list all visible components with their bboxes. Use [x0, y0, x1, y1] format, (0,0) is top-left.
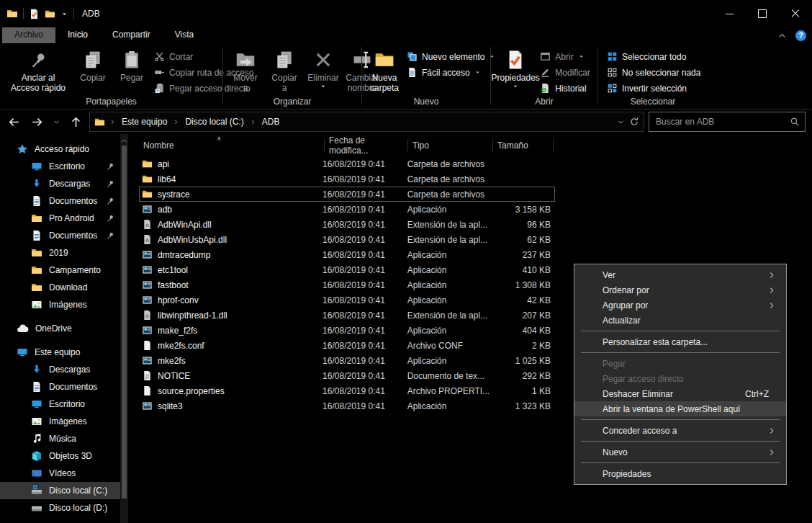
sidebar-item-pro-android[interactable]: Pro Android: [0, 210, 128, 227]
sidebar-item-disco-local-d[interactable]: Disco local (D:): [0, 499, 128, 517]
file-row[interactable]: source.properties 16/08/2019 0:41 Archiv…: [139, 383, 555, 398]
history-button[interactable]: Historial: [540, 81, 590, 95]
sidebar-item-disco-local-c[interactable]: Disco local (C:): [0, 482, 128, 499]
file-row[interactable]: dmtracedump 16/08/2019 0:41 Aplicación 2…: [139, 247, 555, 262]
menu-item-personalizar-carpeta[interactable]: Personalizar esta carpeta...: [574, 334, 786, 349]
file-row[interactable]: fastboot 16/08/2019 0:41 Aplicación 1 30…: [139, 277, 555, 292]
refresh-icon[interactable]: [629, 117, 639, 127]
menu-item-conceder-acceso[interactable]: Conceder acceso a: [574, 423, 786, 438]
sidebar-item-pc-objetos-3d[interactable]: Objetos 3D: [0, 447, 128, 465]
sidebar-item-download[interactable]: Download: [0, 279, 128, 296]
easy-access-button[interactable]: Fácil acceso: [407, 66, 495, 79]
new-item-button[interactable]: Nuevo elemento: [407, 50, 495, 63]
qat-customize-chevron-icon[interactable]: [60, 10, 68, 18]
file-row[interactable]: etc1tool 16/08/2019 0:41 Aplicación 410 …: [139, 262, 555, 277]
file-row[interactable]: sqlite3 16/08/2019 0:41 Aplicación 1 323…: [139, 398, 555, 414]
sidebar-item-pc-imagenes[interactable]: Imágenes: [0, 413, 128, 430]
column-header-fecha[interactable]: Fecha de modifica...: [325, 139, 408, 152]
file-row[interactable]: mke2fs 16/08/2019 0:41 Aplicación 1 025 …: [139, 353, 555, 368]
sidebar-item-onedrive[interactable]: OneDrive: [0, 320, 128, 337]
sidebar-item-pc-documentos[interactable]: Documentos: [0, 378, 128, 395]
column-header-nombre[interactable]: Nombre: [139, 139, 325, 152]
sidebar-item-campamento[interactable]: Campamento: [0, 262, 128, 279]
sidebar-item-este-equipo[interactable]: Este equipo: [0, 344, 128, 361]
minimize-button[interactable]: [713, 0, 746, 27]
qat-properties-icon[interactable]: [29, 9, 40, 19]
recent-locations-button[interactable]: [50, 112, 62, 131]
invert-selection-button[interactable]: Invertir selección: [607, 81, 700, 95]
file-row[interactable]: make_f2fs 16/08/2019 0:41 Aplicación 404…: [139, 323, 555, 338]
select-all-button[interactable]: Seleccionar todo: [607, 50, 700, 63]
paste-button[interactable]: Pegar: [112, 45, 151, 83]
sidebar-item-descargas[interactable]: Descargas: [0, 175, 128, 192]
scrollbar-up-icon[interactable]: [120, 137, 128, 145]
search-icon[interactable]: [790, 117, 800, 127]
breadcrumb-item-este-equipo[interactable]: Este equipo: [120, 117, 168, 127]
copy-to-button[interactable]: Copiar a: [265, 45, 304, 94]
tab-compartir[interactable]: Compartir: [100, 27, 163, 43]
menu-item-ver[interactable]: Ver: [574, 267, 786, 282]
sidebar-item-pc-escritorio[interactable]: Escritorio: [0, 395, 128, 413]
breadcrumb-chevron-icon[interactable]: [109, 119, 116, 125]
file-row[interactable]: api 16/08/2019 0:41 Carpeta de archivos: [139, 156, 555, 171]
forward-button[interactable]: [27, 112, 46, 131]
collapse-ribbon-icon[interactable]: [777, 31, 787, 40]
maximize-button[interactable]: [746, 0, 779, 27]
back-button[interactable]: [4, 112, 23, 131]
sidebar-item-pc-descargas[interactable]: Descargas: [0, 361, 128, 378]
breadcrumb-chevron-icon[interactable]: [173, 119, 179, 125]
properties-button[interactable]: Propiedades: [494, 45, 537, 90]
sort-ascending-icon[interactable]: ∧: [217, 135, 222, 142]
sidebar-item-documentos-2[interactable]: Documentos: [0, 227, 128, 244]
search-input[interactable]: [654, 116, 790, 128]
open-button[interactable]: Abrir: [540, 50, 590, 63]
close-button[interactable]: [779, 0, 812, 27]
sidebar-scrollbar[interactable]: [120, 134, 128, 523]
file-row[interactable]: lib64 16/08/2019 0:41 Carpeta de archivo…: [139, 171, 555, 187]
sidebar-item-pc-musica[interactable]: Música: [0, 430, 128, 447]
file-row[interactable]: libwinpthread-1.dll 16/08/2019 0:41 Exte…: [139, 308, 555, 323]
up-button[interactable]: [66, 112, 85, 131]
sidebar-item-escritorio[interactable]: Escritorio: [0, 158, 128, 175]
new-folder-button[interactable]: Nueva carpeta: [365, 45, 404, 94]
sidebar-item-imagenes[interactable]: Imágenes: [0, 296, 128, 313]
help-icon[interactable]: ?: [795, 30, 806, 41]
delete-button[interactable]: Eliminar: [304, 45, 343, 90]
move-to-button[interactable]: Mover a: [226, 45, 265, 94]
address-dropdown-icon[interactable]: [617, 118, 625, 126]
tab-inicio[interactable]: Inicio: [55, 27, 100, 43]
menu-item-propiedades[interactable]: Propiedades: [574, 466, 786, 481]
menu-item-abrir-powershell[interactable]: Abrir la ventana de PowerShell aquí: [574, 401, 786, 416]
file-row-focused[interactable]: systrace 16/08/2019 0:41 Carpeta de arch…: [139, 187, 555, 202]
breadcrumb[interactable]: Este equipo Disco local (C:) ADB: [89, 112, 644, 132]
scrollbar-thumb[interactable]: [122, 146, 127, 499]
file-row[interactable]: adb 16/08/2019 0:41 Aplicación 3 158 KB: [139, 202, 555, 217]
column-header-tamano[interactable]: Tamaño: [493, 139, 554, 152]
menu-item-ordenar-por[interactable]: Ordenar por: [574, 282, 786, 298]
sidebar-item-documentos[interactable]: Documentos: [0, 192, 128, 210]
sidebar-item-2019[interactable]: 2019: [0, 244, 128, 262]
edit-button[interactable]: Modificar: [540, 66, 590, 79]
file-row[interactable]: NOTICE 16/08/2019 0:41 Documento de tex.…: [139, 368, 555, 383]
file-row[interactable]: mke2fs.conf 16/08/2019 0:41 Archivo CONF…: [139, 338, 555, 353]
sidebar-item-acceso-rapido[interactable]: Acceso rápido: [0, 140, 128, 158]
file-row[interactable]: hprof-conv 16/08/2019 0:41 Aplicación 42…: [139, 292, 555, 308]
breadcrumb-chevron-icon[interactable]: [250, 119, 256, 125]
column-header-tipo[interactable]: Tipo: [408, 139, 493, 152]
qat-new-folder-icon[interactable]: [45, 9, 55, 19]
tab-archivo[interactable]: Archivo: [2, 27, 55, 43]
breadcrumb-item-disco-local-c[interactable]: Disco local (C:): [184, 117, 245, 127]
menu-item-nuevo[interactable]: Nuevo: [574, 444, 786, 460]
menu-item-deshacer-eliminar[interactable]: Deshacer Eliminar Ctrl+Z: [574, 386, 786, 401]
tab-vista[interactable]: Vista: [163, 27, 206, 43]
file-row[interactable]: AdbWinUsbApi.dll 16/08/2019 0:41 Extensi…: [139, 232, 555, 247]
select-none-button[interactable]: No seleccionar nada: [607, 66, 700, 79]
menu-item-actualizar[interactable]: Actualizar: [574, 313, 786, 328]
breadcrumb-item-adb[interactable]: ADB: [261, 117, 281, 127]
menu-item-agrupar-por[interactable]: Agrupar por: [574, 298, 786, 313]
search-box[interactable]: [649, 112, 806, 132]
sidebar-item-pc-videos[interactable]: Vídeos: [0, 465, 128, 482]
pin-quick-access-button[interactable]: Anclar al Acceso rápido: [3, 45, 73, 94]
copy-button[interactable]: Copiar: [73, 45, 112, 83]
file-row[interactable]: AdbWinApi.dll 16/08/2019 0:41 Extensión …: [139, 217, 555, 232]
